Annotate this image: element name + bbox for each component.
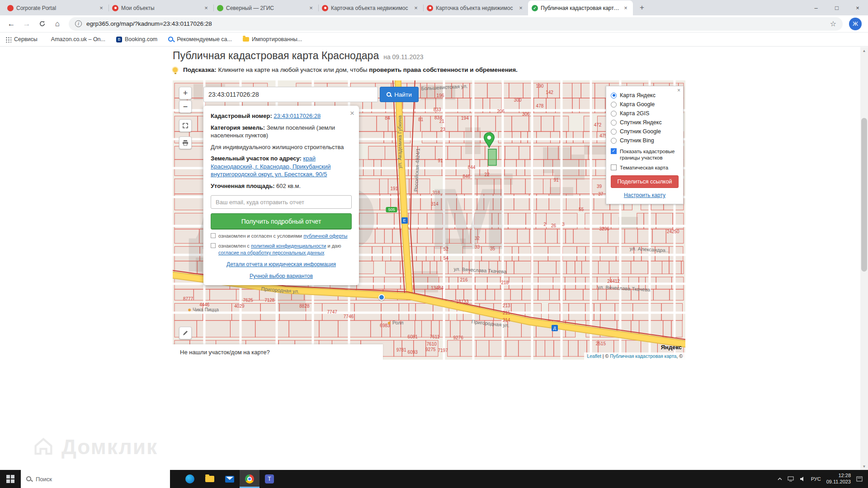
category-label: Категория земель: (211, 124, 265, 131)
manual-select-link[interactable]: Ручной выбор вариантов (211, 272, 352, 280)
offer-checkbox[interactable] (211, 233, 216, 238)
measure-button[interactable] (179, 327, 192, 339)
checkbox-icon[interactable] (611, 148, 617, 154)
agree-offer-text: ознакомлен и согласен с условиями публич… (218, 233, 348, 239)
scroll-up-arrow[interactable]: ▲ (860, 47, 868, 54)
radio-icon[interactable] (611, 111, 617, 117)
email-field[interactable] (211, 195, 352, 209)
browser-tab[interactable]: Северный — 2ГИС× (213, 0, 318, 15)
report-details-link[interactable]: Детали отчета и юридическая информация (211, 261, 352, 268)
new-tab-button[interactable]: + (636, 1, 648, 14)
tab-close-icon[interactable]: × (412, 5, 420, 12)
taskbar-clock[interactable]: 12:28 09.11.2023 (826, 473, 851, 485)
network-icon[interactable] (788, 476, 794, 482)
red-pin-icon (322, 5, 328, 11)
privacy-policy-link[interactable]: политикой конфиденциальности (251, 243, 326, 249)
tab-title: Corporate Portal (16, 5, 95, 11)
layer-option[interactable]: Спутник Google (611, 127, 679, 136)
map-search-bar: Найти (203, 87, 419, 102)
get-report-button[interactable]: Получить подробный отчет (211, 213, 352, 230)
layer-option[interactable]: Карта 2GIS (611, 109, 679, 118)
yandex-logo[interactable]: Яндекс (661, 344, 682, 351)
system-tray: РУС 12:28 09.11.2023 (778, 473, 868, 485)
browser-tab[interactable]: Публичная кадастровая карта К× (528, 0, 633, 15)
browser-tab[interactable]: Мои объекты× (108, 0, 213, 15)
layer-toggle[interactable]: Тематическая карта (611, 164, 679, 171)
bookmark-item[interactable]: Сервисы (5, 36, 38, 42)
zoom-in-button[interactable]: + (179, 87, 192, 99)
radio-icon[interactable] (611, 102, 617, 108)
teams-icon (265, 474, 274, 483)
cadnum-search-input[interactable] (203, 87, 378, 102)
forward-button[interactable]: → (20, 18, 33, 30)
address-bar[interactable]: egrp365.org/map/?kadnum=23:43:0117026:28… (69, 17, 843, 31)
scrollbar-thumb[interactable] (861, 118, 867, 272)
green-check-icon (532, 5, 538, 11)
notification-icon[interactable] (856, 476, 863, 482)
bookmark-item[interactable]: Amazon.co.uk – On... (48, 36, 105, 42)
bookmark-item[interactable]: Booking.com (116, 36, 157, 42)
taskbar-app-teams[interactable] (259, 470, 279, 488)
start-button[interactable] (0, 470, 21, 488)
popup-close-icon[interactable]: × (350, 108, 354, 119)
refresh-button[interactable] (36, 18, 48, 30)
fullscreen-button[interactable] (179, 119, 192, 132)
share-link-button[interactable]: Поделиться ссылкой (611, 175, 679, 188)
browser-tab[interactable]: Карточка объекта недвижимос× (318, 0, 423, 15)
page-scrollbar[interactable]: ▲ ▼ (860, 47, 868, 470)
taskbar-app-edge[interactable] (180, 470, 200, 488)
taskbar-app-chrome-active[interactable] (240, 470, 259, 488)
home-button[interactable]: ⌂ (51, 18, 64, 30)
layer-option[interactable]: Карта Google (611, 100, 679, 109)
print-button[interactable] (179, 136, 192, 149)
layer-toggle[interactable]: Показать кадастровые границы участков (611, 148, 679, 161)
tab-close-icon[interactable]: × (517, 5, 524, 12)
radio-icon[interactable] (611, 138, 617, 144)
radio-icon[interactable] (611, 93, 617, 99)
not-found-link[interactable]: Не нашли участок/дом на карте? (173, 344, 383, 360)
tab-close-icon[interactable]: × (307, 5, 315, 12)
checkbox-icon[interactable] (611, 164, 617, 170)
bookmark-item[interactable]: Рекомендуемые са... (168, 36, 232, 42)
page-title-date: на 09.11.2023 (383, 53, 423, 61)
taskbar-app-mail[interactable] (220, 470, 240, 488)
pkk-link[interactable]: Публичная кадастровая карта (610, 353, 676, 359)
layer-option[interactable]: Карта Яндекс (611, 91, 679, 100)
layer-option[interactable]: Спутник Bing (611, 136, 679, 145)
radio-icon[interactable] (611, 129, 617, 135)
browser-tab[interactable]: Corporate Portal× (4, 0, 108, 15)
tab-close-icon[interactable]: × (622, 5, 629, 12)
zoom-out-button[interactable]: − (179, 100, 192, 113)
back-button[interactable]: ← (5, 18, 18, 30)
leaflet-link[interactable]: Leaflet (587, 353, 601, 359)
language-indicator[interactable]: РУС (811, 476, 821, 482)
bookmark-label: Booking.com (125, 36, 157, 42)
find-button[interactable]: Найти (380, 87, 419, 102)
tray-chevron-icon[interactable] (778, 477, 782, 481)
close-button[interactable]: × (847, 0, 868, 15)
personal-data-link[interactable]: согласие на обработку персональных данны… (218, 250, 324, 255)
scroll-down-arrow[interactable]: ▼ (860, 463, 868, 470)
taskbar-search[interactable]: Поиск (21, 470, 170, 488)
volume-icon[interactable] (799, 476, 806, 482)
maximize-button[interactable]: □ (826, 0, 847, 15)
profile-avatar[interactable]: Ж (849, 18, 862, 30)
chrome-icon (245, 474, 254, 483)
tab-close-icon[interactable]: × (98, 5, 105, 12)
bookmark-item[interactable]: Импортированны... (243, 36, 302, 42)
cadastral-map[interactable]: 1961901428338348481212319430030647820647… (173, 80, 685, 360)
site-info-icon[interactable] (75, 20, 82, 27)
radio-icon[interactable] (611, 120, 617, 126)
privacy-checkbox[interactable] (211, 243, 216, 248)
layer-toggle-label: Показать кадастровые границы участков (620, 148, 679, 161)
layer-option[interactable]: Спутник Яндекс (611, 118, 679, 127)
configure-map-link[interactable]: Настроить карту (611, 192, 679, 198)
offer-link[interactable]: публичной оферты (303, 233, 347, 239)
layers-close-icon[interactable]: × (677, 87, 680, 94)
cadnum-link[interactable]: 23:43:0117026:28 (274, 113, 321, 119)
taskbar-app-explorer[interactable] (200, 470, 220, 488)
browser-tab[interactable]: Карточка объекта недвижимос× (423, 0, 528, 15)
bookmark-star-icon[interactable]: ☆ (830, 19, 836, 28)
tab-close-icon[interactable]: × (203, 5, 210, 12)
minimize-button[interactable]: – (806, 0, 826, 15)
